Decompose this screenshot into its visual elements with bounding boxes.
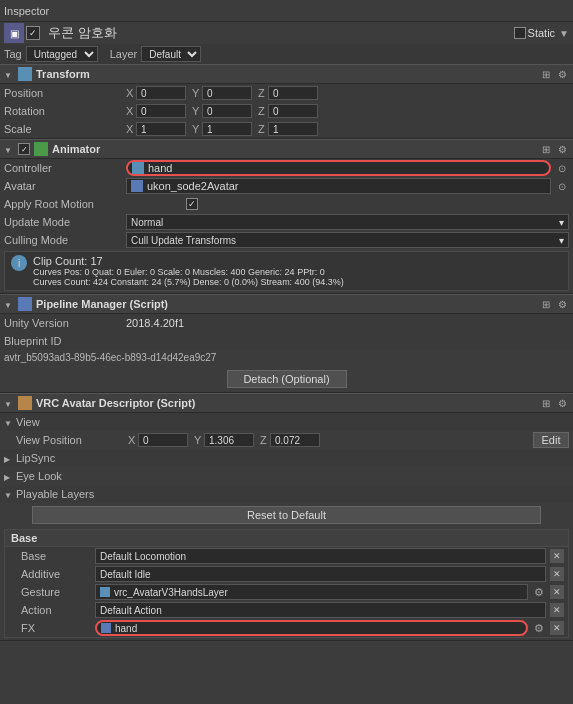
pipeline-icon-btn1[interactable]: ⊞ [539, 297, 553, 311]
active-checkbox[interactable]: ✓ [26, 26, 40, 40]
rotation-z-item: Z [258, 104, 318, 118]
base-layer-x[interactable]: ✕ [550, 549, 564, 563]
rot-x-label: X [126, 105, 134, 117]
view-position-label: View Position [16, 434, 126, 446]
animator-icon-btn1[interactable]: ⊞ [539, 142, 553, 156]
blueprint-id-row: Blueprint ID [0, 332, 573, 350]
view-position-xyz: X Y Z [128, 433, 527, 447]
fx-layer-x[interactable]: ✕ [550, 621, 564, 635]
position-x-input[interactable] [136, 86, 186, 100]
avatar-row: Avatar ukon_sode2Avatar ⊙ [0, 177, 573, 195]
pos-x-label: X [126, 87, 134, 99]
culling-mode-dropdown[interactable]: Cull Update Transforms ▾ [126, 232, 569, 248]
unity-version-value: 2018.4.20f1 [126, 317, 184, 329]
fx-layer-gear[interactable]: ⚙ [532, 621, 546, 635]
gesture-layer-label: Gesture [21, 586, 91, 598]
edit-button[interactable]: Edit [533, 432, 569, 448]
vp-z-input[interactable] [270, 433, 320, 447]
rotation-y-item: Y [192, 104, 252, 118]
curves-pos-text: Curves Pos: 0 Quat: 0 Euler: 0 Scale: 0 … [33, 267, 344, 277]
object-icon: ▣ [4, 23, 24, 43]
static-badge: Static ▼ [514, 27, 569, 39]
detach-button[interactable]: Detach (Optional) [227, 370, 347, 388]
animator-expand[interactable] [4, 143, 14, 155]
static-checkbox[interactable] [514, 27, 526, 39]
eyelook-expand[interactable] [4, 470, 14, 482]
rotation-y-input[interactable] [202, 104, 252, 118]
vrc-icon-btn1[interactable]: ⊞ [539, 396, 553, 410]
animator-header: ✓ Animator ⊞ ⚙ [0, 139, 573, 159]
curves-count-text: Curves Count: 424 Constant: 24 (5.7%) De… [33, 277, 344, 287]
avatar-field[interactable]: ukon_sode2Avatar [126, 178, 551, 194]
pipeline-title: Pipeline Manager (Script) [36, 298, 168, 310]
position-y-input[interactable] [202, 86, 252, 100]
scale-y-input[interactable] [202, 122, 252, 136]
animator-title: Animator [52, 143, 100, 155]
pipeline-icon-btn2[interactable]: ⚙ [555, 297, 569, 311]
action-layer-value: Default Action [100, 605, 162, 616]
scale-xyz: X Y Z [126, 122, 569, 136]
action-layer-field[interactable]: Default Action [95, 602, 546, 618]
tag-select[interactable]: Untagged [26, 46, 98, 62]
controller-asset-icon [132, 162, 144, 174]
unity-version-label: Unity Version [4, 317, 124, 329]
gesture-layer-gear[interactable]: ⚙ [532, 585, 546, 599]
static-dropdown-arrow[interactable]: ▼ [559, 28, 569, 39]
object-name: 우콘 암호화 [48, 24, 117, 42]
position-z-item: Z [258, 86, 318, 100]
vrc-icon-btn2[interactable]: ⚙ [555, 396, 569, 410]
playable-expand[interactable] [4, 488, 14, 500]
base-layer-field[interactable]: Default Locomotion [95, 548, 546, 564]
position-z-input[interactable] [268, 86, 318, 100]
update-mode-dropdown[interactable]: Normal ▾ [126, 214, 569, 230]
animator-active-checkbox[interactable]: ✓ [18, 143, 30, 155]
additive-layer-field[interactable]: Default Idle [95, 566, 546, 582]
vp-z-item: Z [260, 433, 320, 447]
controller-field[interactable]: hand [126, 160, 551, 176]
vp-y-input[interactable] [204, 433, 254, 447]
scale-x-input[interactable] [136, 122, 186, 136]
scale-z-input[interactable] [268, 122, 318, 136]
base-layer-label: Base [21, 550, 91, 562]
fx-layer-field[interactable]: hand [95, 620, 528, 636]
scale-x-item: X [126, 122, 186, 136]
fx-layer-value: hand [115, 623, 137, 634]
apply-root-motion-checkbox[interactable]: ✓ [186, 198, 198, 210]
rotation-x-input[interactable] [136, 104, 186, 118]
transform-icons: ⊞ ⚙ [539, 67, 569, 81]
additive-layer-x[interactable]: ✕ [550, 567, 564, 581]
inspector-title: Inspector [4, 5, 49, 17]
culling-mode-label: Culling Mode [4, 234, 124, 246]
vp-y-item: Y [194, 433, 254, 447]
vrc-avatar-icon [18, 396, 32, 410]
fx-layer-label: FX [21, 622, 91, 634]
reset-button[interactable]: Reset to Default [32, 506, 541, 524]
unity-version-row: Unity Version 2018.4.20f1 [0, 314, 573, 332]
controller-pick-btn[interactable]: ⊙ [555, 161, 569, 175]
lipsync-expand[interactable] [4, 452, 14, 464]
transform-icon-2[interactable]: ⚙ [555, 67, 569, 81]
gesture-layer-value: vrc_AvatarV3HandsLayer [114, 587, 228, 598]
rotation-z-input[interactable] [268, 104, 318, 118]
view-expand[interactable] [4, 416, 14, 428]
view-row: View [0, 413, 573, 431]
layer-select[interactable]: Default [141, 46, 201, 62]
pipeline-expand[interactable] [4, 298, 14, 310]
transform-expand[interactable] [4, 68, 14, 80]
transform-title: Transform [36, 68, 90, 80]
rotation-row: Rotation X Y Z [0, 102, 573, 120]
vp-x-input[interactable] [138, 433, 188, 447]
rot-z-label: Z [258, 105, 266, 117]
base-layer-row: Base Default Locomotion ✕ [5, 547, 568, 565]
scale-label: Scale [4, 123, 124, 135]
base-group: Base Base Default Locomotion ✕ Additive … [4, 529, 569, 638]
vrc-avatar-section: VRC Avatar Descriptor (Script) ⊞ ⚙ View … [0, 393, 573, 641]
transform-icon-1[interactable]: ⊞ [539, 67, 553, 81]
avatar-pick-btn[interactable]: ⊙ [555, 179, 569, 193]
gesture-layer-field[interactable]: vrc_AvatarV3HandsLayer [95, 584, 528, 600]
animator-icon-btn2[interactable]: ⚙ [555, 142, 569, 156]
gesture-layer-x[interactable]: ✕ [550, 585, 564, 599]
scale-y-item: Y [192, 122, 252, 136]
action-layer-x[interactable]: ✕ [550, 603, 564, 617]
vrc-avatar-expand[interactable] [4, 397, 14, 409]
